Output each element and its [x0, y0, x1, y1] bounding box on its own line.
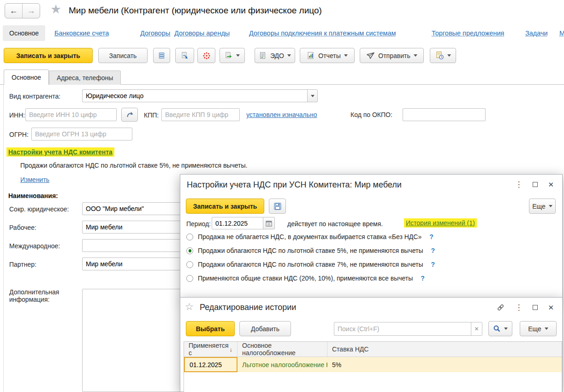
help-icon[interactable]: ? — [429, 233, 433, 240]
additional-info-label: Дополнительная информация: — [9, 288, 71, 303]
close-icon[interactable]: ✕ — [548, 304, 554, 311]
nav-link-trade-offers[interactable]: Торговые предложения — [432, 29, 504, 37]
period-input[interactable] — [212, 217, 263, 229]
scheduled-docs-menu-button[interactable] — [430, 48, 456, 63]
sort-descending-icon[interactable]: ↓ — [230, 346, 233, 353]
change-vat-settings-link[interactable]: Изменить — [20, 176, 49, 183]
list-button[interactable] — [153, 48, 170, 63]
add-button[interactable]: Добавить — [239, 321, 291, 336]
vat-option-row: Продажа не облагается НДС, в документах … — [186, 233, 433, 240]
kind-label: Вид контрагента: — [9, 93, 60, 100]
radio-vat-5[interactable] — [186, 247, 193, 254]
vat-save-button[interactable] — [269, 199, 286, 214]
close-icon[interactable]: ✕ — [548, 181, 554, 188]
dropdown-caret-icon — [414, 54, 417, 57]
table-row[interactable]: 01.12.2025 Льготное налогообложение НДС … — [184, 357, 562, 372]
cell-applies-from[interactable]: 01.12.2025 — [184, 357, 237, 372]
inn-input[interactable] — [26, 109, 116, 121]
nav-link-contracts[interactable]: Договоры — [140, 29, 170, 37]
tab-addresses[interactable]: Адреса, телефоны — [49, 70, 121, 85]
restore-window-icon[interactable] — [533, 305, 538, 310]
calendar-icon — [266, 220, 272, 227]
combo-dropdown-button[interactable] — [307, 90, 317, 102]
list-icon — [158, 52, 166, 59]
choose-button[interactable]: Выбрать — [186, 321, 235, 336]
search-clear-button[interactable]: ✕ — [471, 322, 482, 335]
international-name-label: Международное: — [9, 242, 60, 250]
search-icon — [493, 325, 501, 333]
history-dialog-title: Редактирование истории — [200, 303, 296, 312]
edo-menu-button[interactable]: ЭДО — [255, 48, 295, 63]
history-more-label: Еще — [528, 325, 541, 333]
vat-more-button[interactable]: Еще — [529, 199, 556, 214]
history-changes-link[interactable]: История изменений (1) — [404, 218, 477, 228]
help-icon[interactable]: ? — [431, 261, 435, 268]
load-menu-button[interactable] — [220, 48, 245, 63]
nav-link-bank-accounts[interactable]: Банковские счета — [54, 29, 109, 37]
exchange-button[interactable] — [175, 48, 194, 63]
more-menu-icon[interactable]: ⋮ — [515, 181, 522, 188]
kpp-label: КПП: — [144, 111, 159, 119]
nav-link-rent-contracts[interactable]: Договоры аренды — [174, 29, 230, 37]
ogrn-input[interactable] — [32, 128, 132, 140]
cell-taxation[interactable]: Льготное налогообложение НДС н... — [237, 357, 327, 372]
kpp-field-wrap — [161, 108, 240, 121]
search-input[interactable] — [334, 322, 471, 335]
working-name-label: Рабочее: — [9, 224, 36, 231]
inn-label: ИНН: — [9, 111, 25, 119]
more-menu-icon[interactable]: ⋮ — [515, 304, 522, 311]
nav-link-truncated[interactable]: М — [559, 29, 564, 37]
fill-by-inn-button[interactable] — [121, 108, 138, 122]
tabstrip: Основное Адреса, телефоны — [0, 70, 564, 85]
inn-field-wrap — [25, 108, 117, 121]
vat-dialog-title: Настройки учета НДС при УСН Комитента: М… — [187, 180, 402, 190]
column-header-applies-from[interactable]: Применяется с ↓ — [184, 342, 237, 357]
vat-save-close-button[interactable]: Записать и закрыть — [186, 199, 264, 214]
history-more-button[interactable]: Еще — [520, 321, 557, 336]
nav-link-payment-systems[interactable]: Договоры подключения к платежным система… — [249, 29, 396, 37]
send-label: Отправить — [378, 52, 410, 59]
kpp-set-initially-link[interactable]: установлен изначально — [246, 111, 317, 118]
curved-arrow-icon — [126, 111, 134, 119]
vat-more-label: Еще — [532, 203, 546, 210]
nav-link-tasks[interactable]: Задачи — [525, 29, 548, 37]
okpo-field-wrap — [403, 108, 486, 121]
send-menu-button[interactable]: Отправить — [360, 48, 424, 63]
column-header-vat-rate[interactable]: Ставка НДС — [327, 342, 562, 357]
kpp-input[interactable] — [162, 109, 239, 121]
link-icon[interactable] — [497, 304, 505, 311]
back-icon[interactable]: ← — [5, 4, 23, 18]
search-field-wrap: ✕ — [334, 322, 482, 336]
kind-value[interactable] — [83, 90, 307, 102]
search-menu-button[interactable] — [488, 321, 512, 336]
radio-vat-general[interactable] — [186, 275, 193, 282]
calendar-picker-button[interactable] — [263, 217, 274, 229]
cell-vat-rate[interactable]: 5% — [327, 357, 562, 372]
radio-vat-7[interactable] — [186, 261, 193, 268]
tab-main[interactable]: Основное — [4, 70, 49, 85]
links-button[interactable] — [197, 48, 215, 63]
vat-option-label: Продажа не облагается НДС, в документах … — [198, 233, 422, 240]
column-label: Основное налогообложение — [242, 342, 322, 357]
period-label: Период: — [186, 220, 211, 228]
favorite-star-icon[interactable]: ★ — [50, 2, 61, 17]
kind-combobox[interactable] — [82, 89, 318, 102]
favorite-star-outline-icon[interactable]: ☆ — [185, 301, 194, 312]
save-button[interactable]: Записать — [98, 48, 148, 63]
help-icon[interactable]: ? — [421, 275, 425, 282]
vat-settings-section-link[interactable]: Настройки учета НДС комитента — [6, 147, 114, 157]
nav-item-main[interactable]: Основное — [3, 25, 45, 41]
okpo-input[interactable] — [403, 109, 485, 121]
help-icon[interactable]: ? — [431, 247, 435, 254]
save-close-button[interactable]: Записать и закрыть — [4, 48, 93, 63]
reports-label: Отчеты — [318, 52, 340, 59]
reports-menu-button[interactable]: Отчеты — [300, 48, 355, 63]
dropdown-caret-icon — [236, 54, 240, 57]
dropdown-caret-icon — [549, 205, 552, 207]
column-header-taxation[interactable]: Основное налогообложение — [237, 342, 327, 357]
radio-no-vat[interactable] — [186, 234, 193, 240]
restore-window-icon[interactable] — [533, 182, 538, 187]
vat-option-label: Применяются общие ставки НДС (20%, 10%),… — [198, 275, 413, 282]
forward-icon[interactable]: → — [23, 4, 40, 18]
vat-option-row: Продажи облагаются НДС по льготной ставк… — [186, 247, 435, 254]
